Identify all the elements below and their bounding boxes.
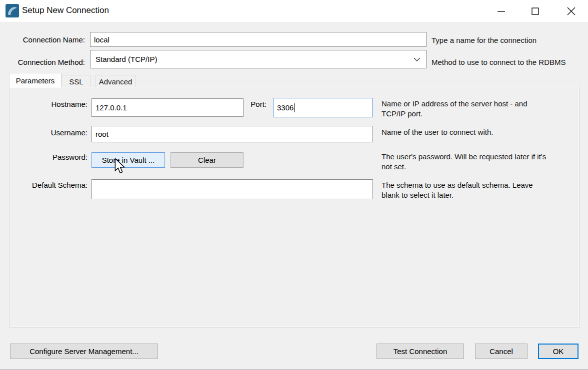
default-schema-label: Default Schema: (20, 181, 88, 189)
hostname-input[interactable] (92, 98, 244, 117)
tab-ssl-label: SSL (69, 77, 83, 86)
username-input[interactable] (92, 126, 373, 142)
configure-server-management-label: Configure Server Management... (30, 347, 138, 356)
configure-server-management-button[interactable]: Configure Server Management... (10, 344, 158, 359)
tab-advanced[interactable]: Advanced (95, 75, 136, 87)
connection-method-label: Connection Method: (0, 58, 85, 66)
close-button[interactable] (562, 2, 580, 20)
clear-label: Clear (198, 156, 216, 164)
store-in-vault-label: Store in Vault ... (102, 156, 155, 164)
chevron-down-icon (413, 57, 421, 62)
username-help: Name of the user to connect with. (382, 127, 493, 137)
mysql-dolphin-icon (6, 4, 19, 17)
maximize-icon (530, 6, 540, 16)
maximize-button[interactable] (526, 2, 544, 20)
minimize-button[interactable] (492, 2, 510, 20)
parameters-tab-panel (9, 87, 580, 328)
connection-method-value: Standard (TCP/IP) (96, 55, 157, 63)
connection-name-input[interactable] (90, 32, 426, 47)
port-value: 3306 (277, 103, 294, 112)
connection-name-help: Type a name for the connection (432, 35, 536, 45)
mouse-cursor (114, 158, 126, 175)
port-label: Port: (232, 100, 266, 108)
store-in-vault-button[interactable]: Store in Vault ... (92, 152, 165, 168)
test-connection-button[interactable]: Test Connection (376, 344, 464, 359)
window-title: Setup New Connection (22, 5, 109, 15)
cancel-label: Cancel (490, 347, 513, 356)
default-schema-input[interactable] (92, 179, 373, 199)
password-help: The user's password. Will be requested l… (382, 152, 556, 172)
tab-parameters[interactable]: Parameters (9, 73, 62, 87)
tab-advanced-label: Advanced (99, 77, 132, 86)
default-schema-help: The schema to use as default schema. Lea… (382, 180, 548, 200)
title-bar: Setup New Connection (0, 0, 588, 22)
username-label: Username: (20, 128, 88, 137)
close-icon (566, 6, 576, 16)
hostname-help: Name or IP address of the server host - … (382, 99, 548, 119)
port-input[interactable]: 3306 (273, 98, 372, 117)
ok-label: OK (553, 347, 564, 356)
cancel-button[interactable]: Cancel (475, 344, 528, 359)
tab-parameters-label: Parameters (16, 76, 55, 85)
test-connection-label: Test Connection (394, 347, 448, 356)
connection-name-label: Connection Name: (0, 35, 85, 44)
text-caret (294, 103, 294, 112)
hostname-label: Hostname: (20, 100, 88, 108)
ok-button[interactable]: OK (538, 344, 578, 359)
password-label: Password: (20, 153, 88, 161)
clear-button[interactable]: Clear (170, 152, 244, 168)
connection-method-select[interactable]: Standard (TCP/IP) (90, 50, 426, 68)
tab-ssl[interactable]: SSL (62, 75, 91, 87)
connection-method-help: Method to use to connect to the RDBMS (432, 57, 566, 67)
minimize-icon (496, 6, 506, 16)
